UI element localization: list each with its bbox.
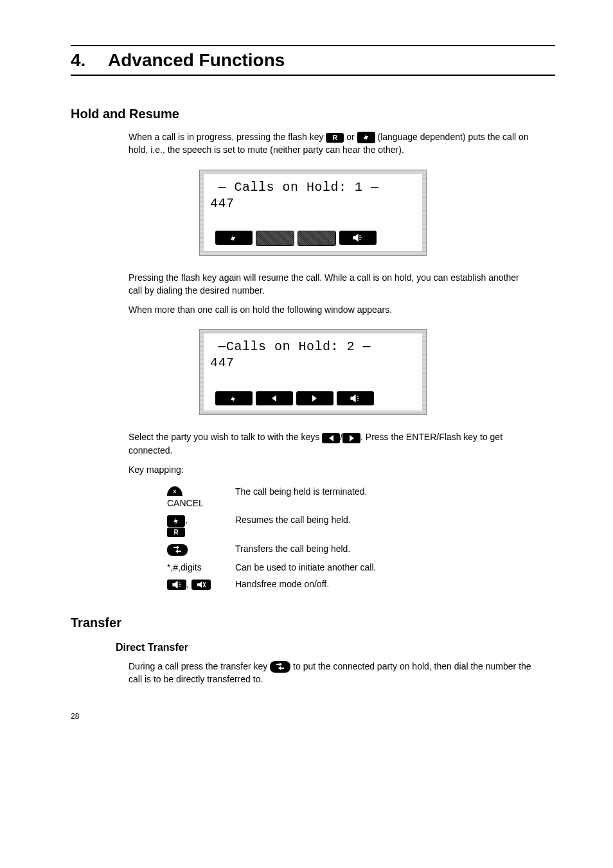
flash-bolt-key-icon — [357, 132, 375, 143]
section-hold-resume: Hold and Resume — [71, 107, 555, 121]
table-row: CANCEL The call being held is terminated… — [162, 484, 381, 511]
softkey-blank — [256, 231, 294, 246]
keymap-desc: Handsfree mode on/off. — [230, 576, 381, 592]
chapter-title: 4.Advanced Functions — [71, 45, 555, 76]
speaker-off-key-icon — [191, 580, 211, 590]
lcd-screen-hold-2: —Calls on Hold: 2 — 447 — [199, 329, 427, 415]
page-number: 28 — [71, 712, 555, 721]
softkey-blank — [298, 231, 336, 246]
lcd-text: —Calls on Hold: 2 — 447 — [204, 333, 422, 371]
keymap-desc: Transfers the call being held. — [230, 541, 381, 558]
lcd-screen-hold-1: — Calls on Hold: 1 — 447 — [199, 170, 427, 256]
speaker-on-key-icon — [167, 580, 186, 590]
hold-para-4: Select the party you wish to talk to wit… — [129, 430, 533, 457]
lcd-text: — Calls on Hold: 1 — 447 — [204, 174, 422, 211]
chapter-name: Advanced Functions — [108, 50, 285, 70]
hold-para-2: Pressing the flash key again will resume… — [129, 271, 533, 297]
right-arrow-key-icon — [342, 433, 360, 443]
keymap-label: Key mapping: — [129, 463, 533, 476]
softkey-speaker-icon — [337, 391, 374, 405]
transfer-key-icon — [270, 661, 290, 673]
subsection-direct-transfer: Direct Transfer — [116, 642, 555, 653]
table-row: , R Resumes the call being held. — [162, 512, 381, 540]
transfer-key-icon — [167, 544, 188, 556]
flash-r-key-icon: R — [167, 527, 185, 537]
softkey-speaker-icon — [339, 231, 377, 245]
table-row: , Handsfree mode on/off. — [162, 576, 381, 592]
table-row: Transfers the call being held. — [162, 541, 381, 558]
hold-para-3: When more than one call is on hold the f… — [129, 303, 533, 316]
keymap-table: CANCEL The call being held is terminated… — [161, 483, 382, 594]
hold-para-1: When a call is in progress, pressing the… — [129, 130, 533, 157]
softkey-left-arrow-icon — [256, 391, 293, 405]
left-arrow-key-icon — [322, 433, 340, 443]
chapter-number: 4. — [71, 50, 108, 71]
keymap-key-label: *,#,digits — [162, 560, 229, 575]
keymap-desc: Can be used to initiate another call. — [230, 560, 381, 575]
flash-r-key-icon: R — [326, 133, 344, 143]
transfer-para-1: During a call press the transfer key to … — [129, 660, 533, 686]
softkey-flash-icon — [215, 231, 253, 245]
cancel-key-icon — [167, 486, 182, 496]
flash-bolt-key-icon — [167, 515, 185, 527]
section-transfer: Transfer — [71, 616, 555, 630]
table-row: *,#,digits Can be used to initiate anoth… — [162, 560, 381, 575]
softkey-flash-icon — [215, 391, 253, 405]
cancel-label: CANCEL — [167, 498, 204, 508]
keymap-desc: Resumes the call being held. — [230, 512, 381, 540]
keymap-desc: The call being held is terminated. — [230, 484, 381, 511]
softkey-right-arrow-icon — [296, 391, 333, 405]
